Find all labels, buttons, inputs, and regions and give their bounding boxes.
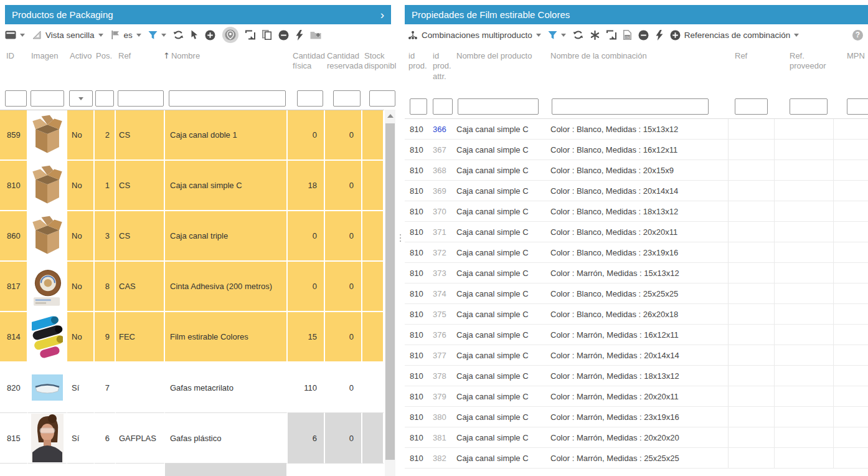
filter-id-prod-attr-input[interactable]: [433, 98, 453, 115]
col-header-stock-disponible[interactable]: Stock disponible: [364, 51, 396, 72]
help-button[interactable]: ?: [852, 30, 863, 40]
product-row[interactable]: 860 No 3 CS Caja canal triple 0 0: [0, 211, 384, 262]
cell-id-prod-attr[interactable]: 374: [430, 289, 456, 298]
combination-row[interactable]: 810 378 Caja canal simple C Color : Marr…: [405, 366, 868, 386]
filter-nombre-producto-input[interactable]: [458, 98, 539, 115]
filter-imagen-input[interactable]: [31, 90, 64, 107]
remove-button[interactable]: [278, 30, 289, 40]
cell-id-prod-attr[interactable]: 368: [430, 166, 456, 175]
cell-id-prod-attr[interactable]: 369: [430, 186, 456, 196]
cell-id-prod-attr[interactable]: 371: [430, 227, 456, 237]
filter-cantidad-reservada-input[interactable]: [333, 90, 361, 107]
col-header-id-prod-attr[interactable]: id prod. attr.: [433, 51, 454, 82]
cell-id-prod-attr[interactable]: 382: [430, 454, 456, 463]
filter-ref-proveedor-input[interactable]: [790, 98, 828, 115]
resize-columns-button[interactable]: [606, 30, 616, 40]
col-header-activo[interactable]: Activo: [70, 51, 92, 61]
prestashop-button[interactable]: [222, 27, 238, 43]
combination-row[interactable]: 810 379 Caja canal simple C Color : Marr…: [405, 386, 868, 407]
col-header-id[interactable]: ID: [6, 51, 14, 61]
combination-row[interactable]: 810 377 Caja canal simple C Color : Marr…: [405, 345, 868, 366]
language-selector[interactable]: es: [110, 30, 141, 40]
product-row[interactable]: 817 No 8 CAS Cinta Adhesiva (200 metros)…: [0, 262, 384, 312]
col-header-imagen[interactable]: Imagen: [31, 51, 58, 61]
cell-id-prod-attr[interactable]: 380: [430, 412, 456, 422]
col-header-cantidad-fisica[interactable]: Cantidad física: [293, 51, 325, 72]
filter-button[interactable]: [148, 31, 166, 40]
combination-row[interactable]: 810 382 Caja canal simple C Color : Marr…: [405, 448, 868, 469]
cell-id-prod-attr[interactable]: 373: [430, 269, 456, 278]
combination-row[interactable]: 810 381 Caja canal simple C Color : Marr…: [405, 427, 868, 448]
col-header-ref-proveedor[interactable]: Ref. proveedor: [790, 51, 831, 72]
add-to-folder-button[interactable]: [310, 31, 321, 39]
export-csv-button[interactable]: csv: [623, 30, 631, 40]
filter-nombre-combinacion-input[interactable]: [552, 98, 709, 115]
col-header-nombre-producto[interactable]: Nombre del producto: [456, 51, 532, 61]
scrollbar-thumb[interactable]: [385, 123, 395, 460]
combination-row[interactable]: 810 368 Caja canal simple C Color : Blan…: [405, 160, 868, 181]
col-header-id-prod[interactable]: id prod.: [408, 51, 428, 72]
product-row[interactable]: 814 No 9 FEC Film estirable Colores 15 0: [0, 312, 384, 363]
cell-id-prod-attr[interactable]: 370: [430, 207, 456, 216]
add-reference-button[interactable]: Referencias de combinación: [670, 30, 799, 40]
col-header-cantidad-reservada[interactable]: Cantidad reservada: [327, 51, 362, 72]
cell-id-prod-attr[interactable]: 366: [430, 125, 456, 134]
refresh-button[interactable]: [173, 30, 184, 40]
product-row[interactable]: 810 No 1 CS Caja canal simple C 18 0: [0, 161, 384, 211]
cell-id-prod-attr[interactable]: 379: [430, 392, 456, 401]
cell-id-prod-attr[interactable]: 367: [430, 145, 456, 155]
layout-button[interactable]: [5, 31, 25, 39]
combination-row[interactable]: 810 372 Caja canal simple C Color : Blan…: [405, 242, 868, 263]
cell-id-prod-attr[interactable]: 375: [430, 310, 456, 319]
product-row[interactable]: 859 No 2 CS Caja canal doble 1 0 0: [0, 110, 384, 161]
combination-row[interactable]: 810 371 Caja canal simple C Color : Blan…: [405, 222, 868, 242]
left-vertical-scrollbar[interactable]: [385, 110, 395, 476]
col-header-ref[interactable]: Ref: [118, 51, 131, 61]
cell-id-prod-attr[interactable]: 378: [430, 371, 456, 381]
filter-stock-input[interactable]: [369, 90, 395, 107]
cell-id-prod-attr[interactable]: 377: [430, 351, 456, 360]
resize-columns-button[interactable]: [245, 30, 255, 40]
filter-activo-select[interactable]: [69, 90, 93, 107]
col-header-ref[interactable]: Ref: [735, 51, 747, 61]
filter-id-input[interactable]: [5, 90, 27, 107]
cell-id-prod-attr[interactable]: 376: [430, 330, 456, 340]
actions-button[interactable]: [656, 30, 663, 40]
remove-button[interactable]: [638, 30, 649, 40]
combination-row[interactable]: 810 375 Caja canal simple C Color : Blan…: [405, 304, 868, 325]
refresh-button[interactable]: [573, 30, 583, 40]
combinations-selector[interactable]: Combinaciones multiproducto: [408, 31, 541, 40]
col-header-nombre[interactable]: ↑Nombre: [163, 51, 200, 61]
filter-ref-input[interactable]: [735, 98, 768, 115]
duplicate-button[interactable]: [262, 30, 271, 40]
combination-row[interactable]: 810 366 Caja canal simple C Color : Blan…: [405, 119, 868, 140]
combination-row[interactable]: 810 369 Caja canal simple C Color : Blan…: [405, 181, 868, 201]
filter-ref-input[interactable]: [118, 90, 164, 107]
filter-mpn-input[interactable]: [847, 98, 868, 115]
product-row[interactable]: 815 Sí 6 GAFPLAS Gafas plástico 6 0: [0, 413, 384, 464]
combination-row[interactable]: 810 373 Caja canal simple C Color : Marr…: [405, 263, 868, 283]
col-header-pos[interactable]: Pos.: [96, 51, 112, 61]
filter-id-prod-input[interactable]: [410, 98, 427, 115]
combination-row[interactable]: 810 376 Caja canal simple C Color : Marr…: [405, 325, 868, 345]
cell-id-prod-attr[interactable]: 372: [430, 248, 456, 257]
scroll-up-icon[interactable]: [385, 110, 395, 122]
combination-row[interactable]: 810 374 Caja canal simple C Color : Blan…: [405, 283, 868, 304]
collapse-panel-icon[interactable]: ›: [380, 9, 384, 21]
generate-combinations-button[interactable]: [590, 31, 600, 40]
product-row[interactable]: 820 Sí 7 Gafas metacrilato 110 0: [0, 363, 384, 413]
filter-button[interactable]: [548, 31, 566, 40]
actions-button[interactable]: [296, 30, 303, 40]
combination-row[interactable]: 810 380 Caja canal simple C Color : Marr…: [405, 407, 868, 427]
col-header-mpn[interactable]: MPN: [847, 51, 865, 61]
add-button[interactable]: [205, 30, 215, 40]
filter-nombre-input[interactable]: [169, 90, 286, 107]
filter-cantidad-fisica-input[interactable]: [297, 90, 323, 107]
cell-id-prod-attr[interactable]: 381: [430, 433, 456, 442]
col-header-nombre-combinacion[interactable]: Nombre de la combinación: [550, 51, 647, 61]
view-selector[interactable]: Vista sencilla: [32, 30, 103, 40]
select-button[interactable]: [191, 30, 198, 40]
combination-row[interactable]: 810 370 Caja canal simple C Color : Blan…: [405, 201, 868, 222]
combination-row[interactable]: 810 367 Caja canal simple C Color : Blan…: [405, 140, 868, 160]
panel-splitter[interactable]: [396, 0, 405, 476]
